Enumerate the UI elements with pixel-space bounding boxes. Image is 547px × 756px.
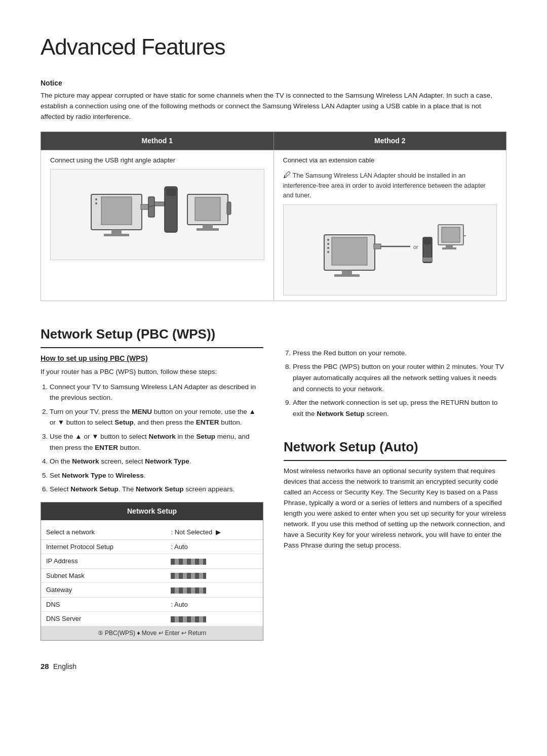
page-title: Advanced Features bbox=[41, 30, 506, 64]
svg-rect-14 bbox=[203, 225, 213, 228]
svg-point-22 bbox=[327, 243, 329, 245]
notice-section: Notice The picture may appear corrupted … bbox=[41, 78, 506, 122]
network-pbc-title: Network Setup (PBC (WPS)) bbox=[41, 324, 263, 348]
method2-diagram: or bbox=[283, 204, 497, 296]
table-row: DNS : Auto bbox=[41, 597, 263, 612]
svg-rect-34 bbox=[442, 247, 456, 249]
row-label: DNS bbox=[41, 597, 166, 612]
svg-rect-29 bbox=[424, 238, 431, 244]
svg-rect-19 bbox=[342, 270, 352, 274]
table-row: Subnet Mask bbox=[41, 568, 263, 583]
row-value: : Not Selected ▶ bbox=[166, 525, 263, 539]
step-7: Press the Red button on your remote. bbox=[293, 348, 506, 359]
row-value bbox=[166, 554, 263, 569]
step-9: After the network connection is set up, … bbox=[293, 397, 506, 419]
table-row: IP Address bbox=[41, 554, 263, 569]
network-setup-ui: Network Setup Select a network : Not Sel… bbox=[41, 502, 263, 641]
network-setup-header: Network Setup bbox=[41, 502, 263, 520]
network-footer: ⑤ PBC(WPS) ♦ Move ↵ Enter ↩ Return bbox=[41, 626, 263, 640]
svg-rect-25 bbox=[374, 244, 381, 249]
method1-desc: Connect using the USB right angle adapte… bbox=[50, 155, 264, 165]
svg-rect-10 bbox=[166, 188, 176, 196]
svg-point-23 bbox=[327, 247, 329, 249]
row-value: : Auto bbox=[166, 597, 263, 612]
svg-rect-2 bbox=[111, 230, 122, 234]
pixel-block bbox=[171, 573, 206, 579]
svg-rect-6 bbox=[141, 204, 148, 209]
pbc-steps-list: Connect your TV to Samsung Wireless LAN … bbox=[41, 382, 263, 495]
method2-note: 🖊 The Samsung Wireless LAN Adapter shoul… bbox=[283, 169, 497, 200]
method1-cell: Connect using the USB right angle adapte… bbox=[41, 150, 274, 301]
row-label: IP Address bbox=[41, 554, 166, 569]
pbc-steps-right: Press the Red button on your remote. Pre… bbox=[284, 348, 506, 419]
network-setup-rows: Select a network : Not Selected ▶ Intern… bbox=[41, 525, 263, 626]
method1-diagram-svg bbox=[81, 174, 233, 255]
row-value: : Auto bbox=[166, 539, 263, 554]
page-number-area: 28 English bbox=[41, 661, 506, 673]
row-label: Internet Protocol Setup bbox=[41, 539, 166, 554]
methods-table: Method 1 Method 2 Connect using the USB … bbox=[41, 132, 506, 301]
pixel-block bbox=[171, 559, 206, 565]
svg-point-4 bbox=[95, 198, 97, 200]
how-to-title: How to set up using PBC (WPS) bbox=[41, 353, 263, 364]
pixel-block bbox=[171, 616, 206, 622]
svg-rect-3 bbox=[104, 234, 129, 236]
method2-cell: Connect via an extension cable 🖊 The Sam… bbox=[274, 150, 506, 301]
svg-rect-8 bbox=[154, 202, 165, 206]
svg-point-5 bbox=[95, 202, 97, 204]
svg-rect-20 bbox=[334, 274, 360, 277]
svg-rect-33 bbox=[446, 245, 453, 247]
right-column: Press the Red button on your remote. Pre… bbox=[284, 319, 506, 641]
step-4: On the Network screen, select Network Ty… bbox=[50, 456, 263, 467]
svg-text:or: or bbox=[413, 244, 418, 250]
page-language: English bbox=[53, 662, 76, 670]
row-label: Gateway bbox=[41, 583, 166, 598]
table-row: Internet Protocol Setup : Auto bbox=[41, 539, 263, 554]
steps-right-container: Press the Red button on your remote. Pre… bbox=[284, 348, 506, 419]
notice-text: The picture may appear corrupted or have… bbox=[41, 91, 506, 122]
row-label: Subnet Mask bbox=[41, 568, 166, 583]
row-value bbox=[166, 583, 263, 598]
step-6: Select Network Setup. The Network Setup … bbox=[50, 484, 263, 495]
network-auto-section: Network Setup (Auto) Most wireless netwo… bbox=[284, 437, 506, 551]
svg-rect-16 bbox=[227, 202, 231, 215]
row-label: Select a network bbox=[41, 525, 166, 539]
method2-diagram-svg: or bbox=[314, 209, 466, 290]
page-number: 28 bbox=[41, 662, 49, 670]
svg-rect-13 bbox=[195, 197, 220, 221]
step-1: Connect your TV to Samsung Wireless LAN … bbox=[50, 382, 263, 403]
svg-rect-32 bbox=[442, 227, 460, 242]
main-content: Network Setup (PBC (WPS)) How to set up … bbox=[41, 319, 506, 641]
row-value bbox=[166, 612, 263, 626]
step-3: Use the ▲ or ▼ button to select Network … bbox=[50, 431, 263, 453]
network-auto-text: Most wireless networks have an optional … bbox=[284, 466, 506, 551]
table-row: Select a network : Not Selected ▶ bbox=[41, 525, 263, 539]
svg-rect-18 bbox=[332, 237, 367, 265]
step-8: Press the PBC (WPS) button on your route… bbox=[293, 361, 506, 394]
svg-rect-1 bbox=[101, 197, 132, 225]
svg-rect-30 bbox=[423, 258, 432, 262]
svg-point-21 bbox=[327, 239, 329, 241]
row-label: DNS Server bbox=[41, 612, 166, 626]
notice-label: Notice bbox=[41, 78, 506, 89]
method2-header: Method 2 bbox=[274, 132, 506, 150]
method1-header: Method 1 bbox=[41, 132, 274, 150]
method2-desc: Connect via an extension cable bbox=[283, 155, 497, 165]
step-2: Turn on your TV, press the MENU button o… bbox=[50, 406, 263, 428]
table-row: Gateway bbox=[41, 583, 263, 598]
method1-diagram bbox=[50, 169, 264, 260]
svg-point-24 bbox=[327, 251, 329, 253]
network-auto-title: Network Setup (Auto) bbox=[284, 437, 506, 461]
step-5: Set Network Type to Wireless. bbox=[50, 470, 263, 481]
row-value bbox=[166, 568, 263, 583]
svg-rect-15 bbox=[197, 228, 219, 231]
pixel-block bbox=[171, 587, 206, 594]
left-column: Network Setup (PBC (WPS)) How to set up … bbox=[41, 319, 263, 641]
pbc-intro: If your router has a PBC (WPS) button, f… bbox=[41, 367, 263, 377]
table-row: DNS Server bbox=[41, 612, 263, 626]
